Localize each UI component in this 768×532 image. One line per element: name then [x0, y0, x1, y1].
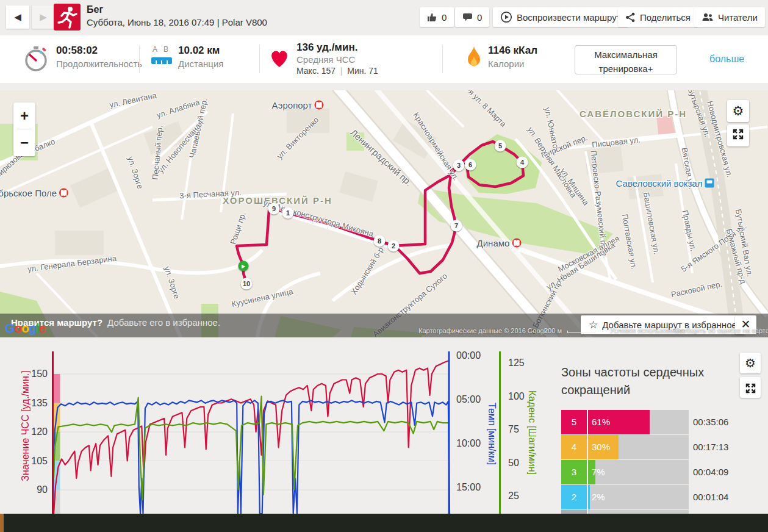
- avg-hr-label: Средняя ЧСС: [296, 54, 355, 65]
- hr-zone-number: 3: [561, 460, 587, 484]
- cadence-tick: 25: [508, 491, 519, 501]
- map-label-metro: ДинамоМ: [477, 238, 522, 248]
- route-km-marker-10[interactable]: 10: [241, 278, 253, 290]
- followers-label: Читатели: [718, 12, 758, 23]
- google-logo-letter: e: [39, 321, 46, 335]
- stats-divider: [139, 45, 140, 73]
- share-icon: [625, 12, 636, 23]
- map-label-metro: Октябрьское ПолеМ: [0, 188, 68, 198]
- hr-zone-number: 2: [561, 485, 587, 509]
- google-logo-letter: o: [21, 321, 29, 335]
- hr-zone-bar-track: 2%: [588, 485, 689, 509]
- zoom-in-button[interactable]: +: [13, 102, 35, 129]
- route-km-marker-8[interactable]: 8: [374, 235, 386, 247]
- running-sport-icon: [54, 4, 81, 31]
- expand-icon: [733, 129, 744, 140]
- route-km-marker-3[interactable]: 3: [453, 160, 465, 171]
- gear-icon: ⚙: [733, 104, 744, 118]
- page-footer: [0, 514, 768, 532]
- map-zoom-control: + −: [13, 102, 35, 156]
- route-km-marker-5[interactable]: 5: [495, 140, 506, 152]
- map-scale-bar: [567, 331, 595, 333]
- cadence-axis-line: [499, 351, 501, 514]
- route-km-marker-1[interactable]: 1: [282, 207, 294, 219]
- footer-accent-strip: [0, 514, 4, 532]
- comments-button[interactable]: 0: [455, 7, 489, 27]
- page-title: Бег: [87, 4, 103, 15]
- hr-zone-row-5: 561%00:35:06: [561, 410, 768, 434]
- training-curves-chart[interactable]: [52, 351, 451, 514]
- cadence-axis-label: Каденс [Шаги/мин]: [526, 381, 537, 484]
- avg-hr-value: 136 уд./мин.: [296, 41, 357, 54]
- route-km-marker-7[interactable]: 7: [451, 220, 462, 232]
- map-label: Савеловский вокзал: [616, 178, 703, 189]
- distance-ruler-icon: [151, 56, 172, 65]
- play-circle-icon: [500, 11, 512, 23]
- google-logo: Google: [5, 321, 45, 336]
- route-start-marker[interactable]: ▶: [239, 261, 249, 271]
- comment-icon: [462, 12, 473, 22]
- pace-axis-label: Темп [мин/км]: [486, 385, 497, 483]
- metro-icon: М: [315, 101, 324, 110]
- share-label: Поделиться: [640, 12, 691, 23]
- cadence-tick: 75: [508, 424, 519, 435]
- pace-tick: 15:00: [456, 482, 481, 493]
- map-label-rail: Савеловский вокзал: [616, 178, 714, 189]
- calories-label: Калории: [488, 59, 524, 69]
- map-label: Октябрьское Поле: [0, 188, 57, 198]
- distance-value: 10.02 км: [178, 45, 220, 57]
- heart_rate-curve: [53, 361, 450, 514]
- route-km-marker-6[interactable]: 6: [465, 159, 476, 171]
- hr-zone-row-2: 22%00:01:04: [561, 485, 768, 509]
- metro-icon: М: [59, 189, 68, 198]
- summary-stats-bar: 00:58:02 Продолжительность А В 10.02 км …: [0, 35, 768, 83]
- map-settings-button[interactable]: ⚙: [727, 100, 749, 122]
- back-button[interactable]: ◀: [6, 5, 29, 29]
- google-logo-letter: o: [14, 321, 21, 335]
- share-button[interactable]: Поделиться: [618, 7, 698, 27]
- followers-button[interactable]: Читатели: [694, 7, 765, 27]
- play-route-button[interactable]: Воспроизвести маршрут: [493, 7, 628, 27]
- forward-button[interactable]: ▶: [32, 5, 55, 29]
- hr-zone-percent: 61%: [592, 410, 610, 434]
- map-fullscreen-button[interactable]: [727, 124, 749, 146]
- distance-label: Дистанция: [178, 59, 223, 69]
- metro-icon: М: [512, 239, 521, 248]
- hr-zone-bar-track: 7%: [588, 460, 689, 484]
- header: ◀ ▶ Бег Суббота, Июнь 18, 2016 07:49 | P…: [0, 0, 768, 34]
- route-map[interactable]: АэропортМЛенинградский пр.ул. Викторенко…: [0, 90, 768, 337]
- google-logo-letter: G: [5, 321, 14, 335]
- cadence-tick: 100: [508, 391, 525, 402]
- hr-zone-number: 4: [561, 435, 587, 459]
- hr-zone-time: 00:35:06: [693, 410, 728, 434]
- terms-link[interactable]: Условия использования: [610, 327, 684, 334]
- map-scale-text: 200 м: [544, 327, 562, 334]
- hr-zone-bar-track: 61%: [588, 410, 689, 434]
- more-link[interactable]: больше: [709, 54, 744, 65]
- training-benefit-button[interactable]: Максимальная тренировка+: [575, 45, 677, 74]
- calories-flame-icon: [465, 45, 483, 72]
- cadence-tick: 50: [508, 458, 519, 469]
- hr-zone-strip: [53, 374, 60, 403]
- hr-zone-percent: 2%: [592, 485, 605, 509]
- google-logo-letter: g: [29, 321, 36, 335]
- hr-zone-row-4: 430%00:17:13: [561, 435, 768, 459]
- route-km-marker-4[interactable]: 4: [517, 157, 528, 168]
- like-button[interactable]: 0: [420, 7, 454, 27]
- hr-zone-time: 00:17:13: [693, 435, 728, 459]
- report-error-link[interactable]: Сообщить об ошибке на карте: [674, 327, 768, 334]
- hr-zone-row-3: 37%00:04:09: [561, 460, 768, 484]
- zoom-out-button[interactable]: −: [13, 129, 35, 156]
- people-icon: [702, 12, 714, 22]
- training-session-page: ◀ ▶ Бег Суббота, Июнь 18, 2016 07:49 | P…: [0, 0, 768, 532]
- hr-zone-number: 5: [561, 410, 587, 434]
- pace-tick: 10:00: [456, 438, 481, 449]
- route-km-marker-9[interactable]: 9: [268, 203, 280, 215]
- map-attribution: Картографические данные © 2016 Google: [418, 327, 549, 334]
- like-count: 0: [442, 12, 447, 23]
- route-km-marker-2[interactable]: 2: [388, 240, 400, 252]
- map-label: Аэропорт: [271, 100, 312, 110]
- heart-icon: [268, 48, 290, 68]
- stats-divider: [442, 45, 443, 73]
- cadence-tick: 125: [508, 358, 525, 368]
